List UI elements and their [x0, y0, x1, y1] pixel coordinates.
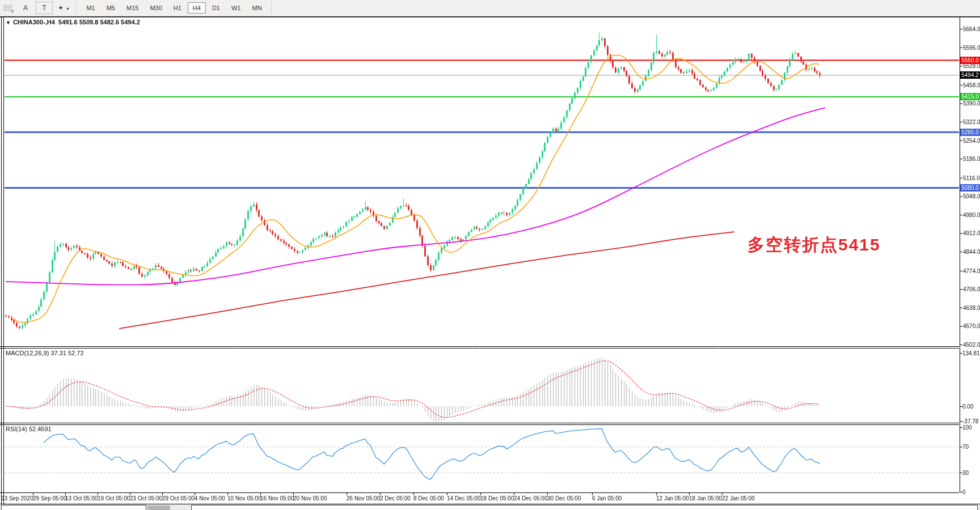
time-axis-label: 6 Jan 05:00: [592, 495, 622, 502]
chart-title: ▼CHINA300-,H4 5491.6 5509.8 5482.6 5494.…: [6, 19, 140, 26]
time-axis-label: 24 Dec 05:00: [514, 495, 548, 502]
price-axis-label: 4638.0: [963, 305, 980, 311]
macd-label: MACD(12,26,9) 37.31 52.72: [6, 350, 84, 356]
rsi-axis-label: 100: [962, 424, 972, 431]
price-axis-label: 5254.0: [963, 138, 980, 144]
chart-overlays: ▼CHINA300-,H4 5491.6 5509.8 5482.6 5494.…: [0, 0, 980, 510]
price-axis-label: 5186.0: [963, 156, 980, 162]
time-axis-label: 18 Jan 05:00: [689, 495, 722, 502]
price-axis-label: 4844.0: [963, 249, 980, 255]
toolbar-handle-label: F: [11, 9, 14, 14]
time-axis-label: 29 Oct 05:00: [162, 495, 195, 502]
price-marker-5080.0: 5080.0: [960, 184, 980, 192]
horizontal-scrollbar[interactable]: [0, 504, 980, 510]
price-axis-label: 5116.0: [963, 175, 980, 181]
arrows-icon: ✦: [58, 4, 64, 12]
time-axis-label: 29 Sep 05:00: [33, 495, 67, 502]
toolbar-drag-handle-icon[interactable]: F: [3, 4, 13, 12]
macd-axis-label: 0.00: [962, 403, 973, 410]
timeframe-button-m1[interactable]: M1: [81, 2, 100, 14]
timeframe-button-m15[interactable]: M15: [121, 2, 143, 14]
price-axis-label: 5390.0: [963, 100, 980, 107]
price-axis-label: 5322.0: [963, 119, 980, 125]
time-axis-label: 20 Nov 05:00: [293, 495, 327, 502]
time-axis-label: 19 Oct 05:00: [98, 495, 130, 502]
price-axis-label: 4502.0: [963, 342, 980, 348]
chart-dropdown-icon[interactable]: ▼: [6, 20, 11, 26]
rsi-axis-label: 70: [962, 444, 969, 450]
mt4-window: F A T ✦ ▾ M1M5M15M30H1H4D1W1MN ▼CHINA300…: [0, 0, 980, 510]
chart-ohlc-quotes: 5491.6 5509.8 5482.6 5494.2: [58, 19, 140, 26]
timeframe-button-mn[interactable]: MN: [247, 2, 267, 14]
timeframe-button-h4[interactable]: H4: [188, 2, 206, 14]
price-marker-5550.0: 5550.0: [960, 57, 980, 64]
time-axis-label: 22 Jan 05:00: [722, 495, 755, 502]
time-axis-label: 23 Sep 2020: [1, 495, 33, 502]
price-annotation: 多空转折点5415: [747, 233, 881, 257]
scrollbar-thumb[interactable]: [147, 505, 170, 510]
price-axis-label: 5664.0: [963, 26, 980, 32]
price-axis-label: 5596.0: [963, 45, 980, 51]
time-axis-label: 18 Dec 05:00: [480, 495, 514, 502]
timeframe-group: M1M5M15M30H1H4D1W1MN: [81, 2, 267, 14]
time-axis-label: 2 Dec 05:00: [380, 495, 411, 502]
price-axis-label: 5458.0: [963, 82, 980, 88]
timeframe-button-d1[interactable]: D1: [207, 2, 225, 14]
price-axis-label: 4706.0: [963, 286, 980, 292]
scrollbar-segment[interactable]: [191, 505, 978, 510]
time-axis-label: 4 Nov 05:00: [195, 495, 225, 502]
price-axis-label: 5048.0: [963, 193, 980, 199]
time-axis-label: 12 Jan 05:00: [656, 495, 689, 502]
time-axis-label: 13 Oct 05:00: [65, 495, 98, 502]
toolbar-separator: [76, 2, 77, 14]
price-axis-label: 4912.0: [963, 230, 980, 236]
time-axis-label: 8 Dec 05:00: [413, 495, 444, 502]
time-axis-label: 16 Nov 05:00: [260, 495, 294, 502]
macd-axis-label: -37.78: [962, 418, 978, 424]
time-axis-label: 14 Dec 05:00: [447, 495, 481, 502]
chart-symbol-period: CHINA300-,H4: [13, 19, 55, 26]
timeframe-button-m30[interactable]: M30: [145, 2, 167, 14]
toolbar: F A T ✦ ▾ M1M5M15M30H1H4D1W1MN: [0, 0, 980, 16]
text-tool-button[interactable]: T: [36, 2, 53, 14]
scrollbar-segment[interactable]: [1, 505, 146, 510]
time-axis-label: 10 Nov 05:00: [227, 495, 261, 502]
time-axis-label: 30 Dec 05:00: [547, 495, 581, 502]
chevron-down-icon: ▾: [66, 6, 69, 11]
rsi-axis-label: 0: [962, 489, 966, 495]
price-axis-label: 4570.0: [963, 323, 980, 329]
timeframe-button-m5[interactable]: M5: [102, 2, 120, 14]
price-axis-label: 4774.0: [963, 268, 980, 274]
timeframe-button-w1[interactable]: W1: [226, 2, 246, 14]
time-axis-label: 23 Oct 05:00: [130, 495, 162, 502]
price-marker-5285.0: 5285.0: [960, 129, 980, 136]
price-marker-5415.0: 5415.0: [960, 93, 980, 100]
time-axis-label: 26 Nov 05:00: [347, 495, 381, 502]
price-marker-5494.2: 5494.2: [960, 71, 980, 79]
price-axis-label: 4980.0: [963, 212, 980, 218]
toolbar-separator: [271, 2, 272, 14]
timeframe-button-h1[interactable]: H1: [168, 2, 187, 14]
rsi-label: RSI(14) 52.4591: [6, 426, 52, 432]
arrows-tool-button[interactable]: ✦ ▾: [55, 2, 71, 14]
annotate-button[interactable]: A: [18, 2, 33, 14]
macd-axis-label: 134.81: [962, 350, 980, 356]
rsi-axis-label: 30: [962, 470, 969, 476]
